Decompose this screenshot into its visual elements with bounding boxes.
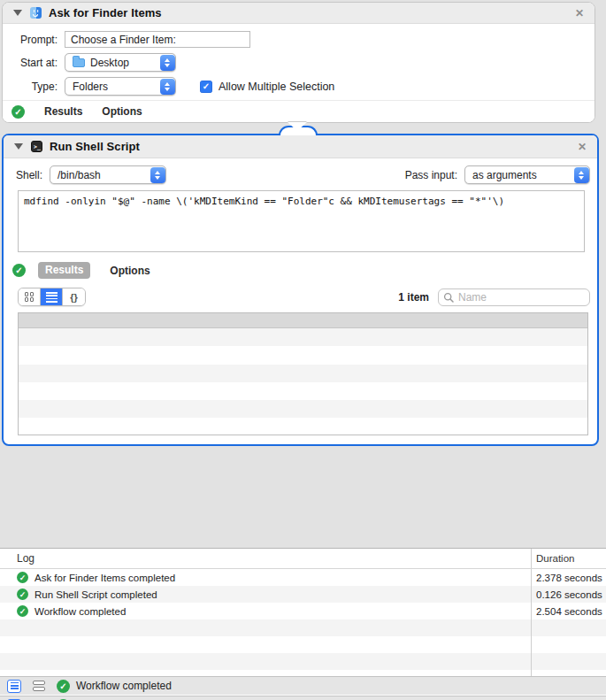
shell-label: Shell:: [16, 169, 42, 181]
action-title: Ask for Finder Items: [49, 6, 162, 19]
status-check-icon: ✓: [12, 105, 25, 119]
results-table-header: [19, 313, 587, 328]
action-header[interactable]: Ask for Finder Items ✕: [3, 3, 594, 24]
show-log-button[interactable]: [7, 680, 21, 693]
log-row-duration: 2.378 seconds: [531, 569, 606, 586]
pass-input-label: Pass input:: [405, 169, 457, 181]
results-row: [19, 328, 587, 346]
log-header-row: Log Duration: [0, 549, 606, 569]
checkmark-icon: ✓: [203, 81, 210, 91]
shell-value: /bin/bash: [58, 169, 101, 181]
shell-script-editor[interactable]: mdfind -onlyin "$@" -name \('kMDItemKind…: [18, 190, 585, 252]
status-check-icon: ✓: [12, 264, 26, 277]
list-view-button[interactable]: [41, 288, 63, 305]
log-row-text: Workflow completed: [35, 606, 126, 617]
results-row: [19, 365, 587, 382]
list-icon: [46, 292, 58, 303]
status-message: Workflow completed: [76, 680, 172, 692]
start-at-popup[interactable]: Desktop: [65, 53, 176, 72]
shell-row: Shell: /bin/bash Pass input: as argument…: [16, 165, 590, 184]
icon-view-button[interactable]: [19, 288, 41, 305]
type-value: Folders: [73, 81, 108, 93]
success-check-icon: ✓: [17, 605, 28, 617]
prompt-label: Prompt:: [3, 34, 58, 46]
results-row: [19, 382, 587, 400]
start-at-value: Desktop: [90, 57, 129, 69]
popup-stepper-icon: [160, 79, 175, 96]
folder-icon: [73, 58, 85, 67]
action-footer: ✓ Results Options: [4, 261, 597, 280]
log-row-empty: [0, 636, 606, 653]
log-row[interactable]: ✓ Ask for Finder Items completed 2.378 s…: [0, 569, 606, 586]
log-row-empty: [0, 619, 606, 636]
log-row-empty: [0, 653, 606, 670]
log-list-icon: [11, 682, 19, 690]
disclosure-triangle-icon[interactable]: [14, 143, 23, 150]
item-count: 1 item: [398, 291, 429, 304]
status-bar: ✓ Workflow completed: [0, 676, 606, 695]
action-title: Run Shell Script: [50, 140, 140, 153]
action-header[interactable]: >_ Run Shell Script ✕: [4, 135, 597, 158]
close-icon[interactable]: ✕: [578, 142, 587, 152]
popup-stepper-icon: [160, 55, 175, 72]
results-toolbar: {} 1 item: [18, 288, 590, 306]
success-check-icon: ✓: [17, 572, 28, 583]
action-footer: ✓ Results Options: [3, 100, 594, 122]
braces-icon: {}: [70, 292, 78, 303]
results-link-selected[interactable]: Results: [38, 262, 90, 279]
type-label: Type:: [3, 81, 58, 93]
workflow-status-icon: ✓: [57, 680, 70, 693]
log-row[interactable]: ✓ Workflow completed 2.504 seconds: [0, 603, 606, 619]
results-link[interactable]: Results: [44, 105, 82, 118]
type-popup[interactable]: Folders: [65, 77, 176, 96]
log-row-text: Ask for Finder Items completed: [35, 573, 175, 583]
options-link[interactable]: Options: [110, 265, 150, 277]
terminal-icon: >_: [31, 141, 42, 152]
allow-multiple-label: Allow Multiple Selection: [219, 81, 334, 93]
allow-multiple-checkbox[interactable]: ✓: [200, 81, 212, 93]
start-at-label: Start at:: [3, 57, 58, 69]
results-search-input[interactable]: [438, 288, 590, 306]
log-row[interactable]: ✓ Run Shell Script completed 0.126 secon…: [0, 586, 606, 603]
results-row: [19, 418, 587, 435]
popup-stepper-icon: [150, 167, 165, 184]
results-row: [19, 346, 587, 364]
close-icon[interactable]: ✕: [575, 8, 584, 19]
log-row-text: Run Shell Script completed: [35, 589, 157, 600]
finder-icon: [30, 7, 42, 19]
popup-stepper-icon: [574, 167, 589, 184]
log-row-duration: 0.126 seconds: [531, 586, 606, 603]
action-connector-tab: [288, 122, 307, 131]
action-body: Prompt: Start at: Desktop Type: Folders …: [3, 24, 594, 96]
shell-popup[interactable]: /bin/bash: [50, 165, 166, 184]
success-check-icon: ✓: [17, 588, 28, 600]
action-ask-for-finder-items: Ask for Finder Items ✕ Prompt: Start at:…: [2, 2, 595, 123]
prompt-input[interactable]: [65, 31, 250, 48]
source-view-button[interactable]: {}: [63, 288, 85, 305]
log-row-duration: 2.504 seconds: [531, 603, 606, 619]
grid-icon: [25, 292, 35, 302]
log-column-header: Log: [0, 549, 531, 568]
split-panes-icon[interactable]: [33, 680, 45, 692]
options-link[interactable]: Options: [102, 105, 142, 118]
pass-input-popup[interactable]: as arguments: [464, 165, 590, 184]
results-row: [19, 400, 587, 418]
status-bar-clipped: ✓ Workflow completed: [0, 696, 606, 700]
disclosure-triangle-icon[interactable]: [13, 10, 22, 16]
results-view-segmented-control: {}: [18, 288, 86, 306]
automator-workflow-window: Ask for Finder Items ✕ Prompt: Start at:…: [0, 0, 606, 700]
pass-input-value: as arguments: [472, 169, 537, 181]
results-table: [18, 312, 588, 435]
action-run-shell-script: >_ Run Shell Script ✕ Shell: /bin/bash P…: [2, 134, 599, 446]
duration-column-header: Duration: [531, 549, 606, 568]
search-icon: [443, 292, 455, 304]
